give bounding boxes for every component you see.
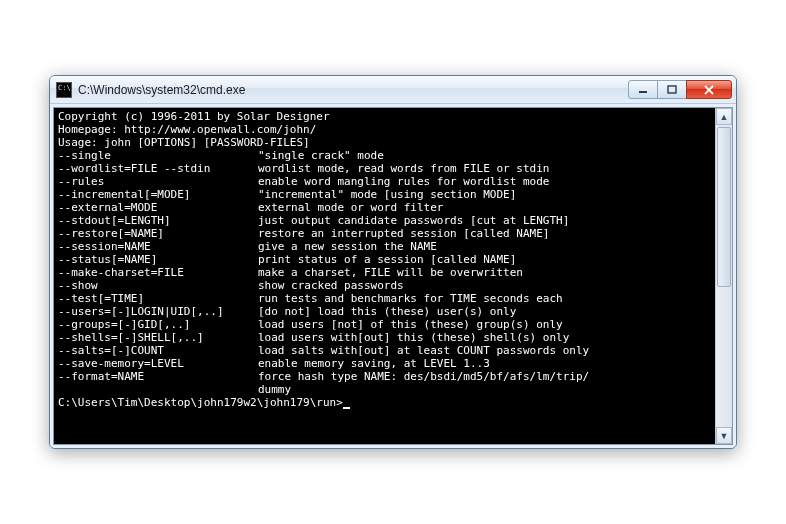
option-description: enable word mangling rules for wordlist … bbox=[258, 175, 549, 188]
cmd-icon bbox=[56, 82, 72, 98]
option-description: [do not] load this (these) user(s) only bbox=[258, 305, 516, 318]
scroll-thumb[interactable] bbox=[717, 127, 731, 287]
option-line: --single"single crack" mode bbox=[58, 149, 713, 162]
option-flag: --users=[-]LOGIN|UID[,..] bbox=[58, 305, 258, 318]
option-description: load users [not] of this (these) group(s… bbox=[258, 318, 563, 331]
svg-rect-1 bbox=[668, 86, 676, 93]
option-description: force hash type NAME: des/bsdi/md5/bf/af… bbox=[258, 370, 589, 383]
window-controls bbox=[629, 80, 732, 99]
option-line: --incremental[=MODE]"incremental" mode [… bbox=[58, 188, 713, 201]
option-description: restore an interrupted session [called N… bbox=[258, 227, 549, 240]
scroll-up-button[interactable]: ▲ bbox=[716, 108, 732, 125]
option-line: --external=MODEexternal mode or word fil… bbox=[58, 201, 713, 214]
option-flag: --session=NAME bbox=[58, 240, 258, 253]
option-flag: --save-memory=LEVEL bbox=[58, 357, 258, 370]
scroll-track[interactable] bbox=[716, 125, 732, 427]
option-line: --restore[=NAME]restore an interrupted s… bbox=[58, 227, 713, 240]
option-line: --status[=NAME]print status of a session… bbox=[58, 253, 713, 266]
prompt[interactable]: C:\Users\Tim\Desktop\john179w2\john179\r… bbox=[58, 396, 343, 409]
window-title: C:\Windows\system32\cmd.exe bbox=[78, 83, 623, 97]
option-description: "incremental" mode [using section MODE] bbox=[258, 188, 516, 201]
option-flag: --rules bbox=[58, 175, 258, 188]
option-line: --stdout[=LENGTH]just output candidate p… bbox=[58, 214, 713, 227]
option-description: run tests and benchmarks for TIME second… bbox=[258, 292, 563, 305]
option-description: show cracked passwords bbox=[258, 279, 404, 292]
option-flag: --wordlist=FILE --stdin bbox=[58, 162, 258, 175]
client-area: Copyright (c) 1996-2011 by Solar Designe… bbox=[50, 104, 736, 448]
terminal-output[interactable]: Copyright (c) 1996-2011 by Solar Designe… bbox=[54, 108, 715, 444]
option-description: wordlist mode, read words from FILE or s… bbox=[258, 162, 549, 175]
option-flag: --format=NAME bbox=[58, 370, 258, 383]
option-flag: --incremental[=MODE] bbox=[58, 188, 258, 201]
option-line: --rulesenable word mangling rules for wo… bbox=[58, 175, 713, 188]
option-line: --shells=[-]SHELL[,..]load users with[ou… bbox=[58, 331, 713, 344]
option-description: enable memory saving, at LEVEL 1..3 bbox=[258, 357, 490, 370]
terminal-line: Homepage: http://www.openwall.com/john/ bbox=[58, 123, 713, 136]
option-description: make a charset, FILE will be overwritten bbox=[258, 266, 523, 279]
option-line: --users=[-]LOGIN|UID[,..][do not] load t… bbox=[58, 305, 713, 318]
option-line: dummy bbox=[58, 383, 713, 396]
option-line: --session=NAMEgive a new session the NAM… bbox=[58, 240, 713, 253]
svg-rect-0 bbox=[639, 91, 647, 93]
option-line: --make-charset=FILEmake a charset, FILE … bbox=[58, 266, 713, 279]
option-line: --wordlist=FILE --stdinwordlist mode, re… bbox=[58, 162, 713, 175]
option-description: dummy bbox=[258, 383, 291, 396]
cursor bbox=[343, 398, 350, 409]
option-line: --showshow cracked passwords bbox=[58, 279, 713, 292]
option-line: --salts=[-]COUNTload salts with[out] at … bbox=[58, 344, 713, 357]
option-flag: --salts=[-]COUNT bbox=[58, 344, 258, 357]
option-description: load salts with[out] at least COUNT pass… bbox=[258, 344, 589, 357]
option-description: "single crack" mode bbox=[258, 149, 384, 162]
option-flag: --shells=[-]SHELL[,..] bbox=[58, 331, 258, 344]
terminal-frame: Copyright (c) 1996-2011 by Solar Designe… bbox=[53, 107, 733, 445]
option-line: --groups=[-]GID[,..]load users [not] of … bbox=[58, 318, 713, 331]
option-flag: --test[=TIME] bbox=[58, 292, 258, 305]
terminal-line: Usage: john [OPTIONS] [PASSWORD-FILES] bbox=[58, 136, 713, 149]
option-description: give a new session the NAME bbox=[258, 240, 437, 253]
option-flag: --single bbox=[58, 149, 258, 162]
option-flag: --restore[=NAME] bbox=[58, 227, 258, 240]
terminal-line: Copyright (c) 1996-2011 by Solar Designe… bbox=[58, 110, 713, 123]
scroll-down-button[interactable]: ▼ bbox=[716, 427, 732, 444]
option-flag: --stdout[=LENGTH] bbox=[58, 214, 258, 227]
option-line: --format=NAMEforce hash type NAME: des/b… bbox=[58, 370, 713, 383]
option-flag: --groups=[-]GID[,..] bbox=[58, 318, 258, 331]
option-flag: --make-charset=FILE bbox=[58, 266, 258, 279]
option-flag: --external=MODE bbox=[58, 201, 258, 214]
titlebar[interactable]: C:\Windows\system32\cmd.exe bbox=[50, 76, 736, 104]
vertical-scrollbar[interactable]: ▲ ▼ bbox=[715, 108, 732, 444]
option-description: load users with[out] this (these) shell(… bbox=[258, 331, 569, 344]
option-line: --save-memory=LEVELenable memory saving,… bbox=[58, 357, 713, 370]
option-description: just output candidate passwords [cut at … bbox=[258, 214, 569, 227]
cmd-window: C:\Windows\system32\cmd.exe Copyright (c… bbox=[49, 75, 737, 449]
close-button[interactable] bbox=[686, 80, 732, 99]
option-flag: --show bbox=[58, 279, 258, 292]
option-description: external mode or word filter bbox=[258, 201, 443, 214]
maximize-button[interactable] bbox=[657, 80, 687, 99]
option-line: --test[=TIME]run tests and benchmarks fo… bbox=[58, 292, 713, 305]
minimize-button[interactable] bbox=[628, 80, 658, 99]
option-flag: --status[=NAME] bbox=[58, 253, 258, 266]
option-description: print status of a session [called NAME] bbox=[258, 253, 516, 266]
